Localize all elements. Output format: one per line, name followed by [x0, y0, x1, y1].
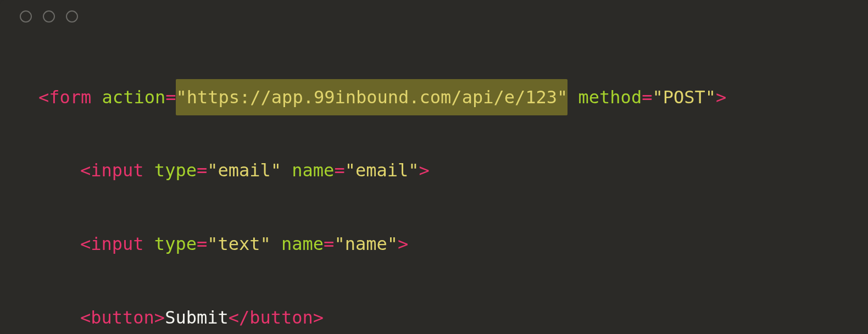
close-tag-open: </: [229, 307, 250, 328]
type-value: "text": [207, 233, 271, 254]
attr-type: type: [154, 160, 197, 181]
space: [567, 87, 578, 108]
space: [144, 233, 154, 254]
bracket-open: <: [80, 233, 91, 254]
close-window-icon[interactable]: [20, 10, 32, 23]
equals: =: [642, 87, 652, 108]
bracket-close: >: [398, 233, 408, 254]
maximize-window-icon[interactable]: [66, 10, 78, 23]
code-content: <form action="https://app.99inbound.com/…: [0, 33, 868, 334]
method-value: "POST": [652, 87, 716, 108]
tag-input: input: [91, 160, 143, 181]
attr-action: action: [102, 87, 166, 108]
name-value: "name": [334, 233, 398, 254]
tag-button-close: button: [249, 307, 313, 328]
bracket-close: >: [419, 160, 430, 181]
equals: =: [197, 160, 207, 181]
action-url-highlighted: "https://app.99inbound.com/api/e/123": [176, 79, 567, 115]
code-line-4: <button>Submit</button>: [38, 305, 830, 330]
code-editor-window: <form action="https://app.99inbound.com/…: [0, 0, 868, 334]
equals: =: [324, 233, 334, 254]
equals: =: [165, 87, 176, 108]
equals: =: [197, 233, 207, 254]
bracket-open: <: [80, 307, 91, 328]
button-text: Submit: [165, 307, 229, 328]
attr-type: type: [154, 233, 197, 254]
type-value: "email": [207, 160, 281, 181]
code-line-3: <input type="text" name="name">: [38, 232, 830, 257]
equals: =: [334, 160, 344, 181]
attr-name: name: [292, 160, 334, 181]
space: [144, 160, 154, 181]
bracket-open: <: [80, 160, 91, 181]
code-line-1: <form action="https://app.99inbound.com/…: [38, 85, 830, 110]
space: [91, 87, 102, 108]
attr-method: method: [578, 87, 642, 108]
space: [271, 233, 281, 254]
bracket-open: <: [38, 87, 49, 108]
tag-button: button: [91, 307, 154, 328]
name-value: "email": [345, 160, 419, 181]
space: [281, 160, 292, 181]
window-titlebar: [0, 0, 868, 33]
tag-form: form: [49, 87, 91, 108]
bracket-close: >: [716, 87, 726, 108]
attr-name: name: [281, 233, 324, 254]
tag-input: input: [91, 233, 143, 254]
bracket-close: >: [154, 307, 165, 328]
minimize-window-icon[interactable]: [43, 10, 55, 23]
bracket-end: >: [313, 307, 324, 328]
code-line-2: <input type="email" name="email">: [38, 158, 830, 183]
